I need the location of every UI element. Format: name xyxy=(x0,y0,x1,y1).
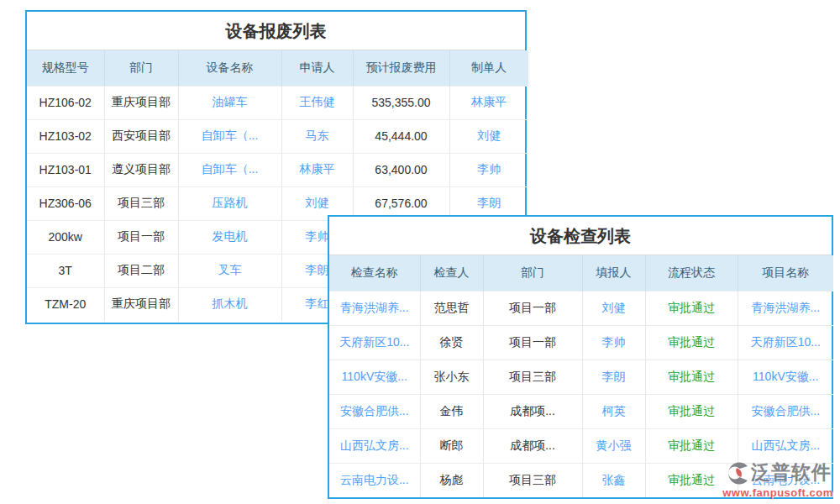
cell-department: 成都项... xyxy=(483,428,582,463)
cell-department: 成都项... xyxy=(483,394,582,428)
cell-inspector: 张小东 xyxy=(420,360,483,394)
cell-creator[interactable]: 李帅 xyxy=(449,153,528,186)
cell-department: 项目一部 xyxy=(483,291,582,325)
inspection-list-panel: 设备检查列表 检查名称 检查人 部门 填报人 流程状态 项目名称 青海洪湖养..… xyxy=(328,215,833,499)
cell-creator[interactable]: 刘健 xyxy=(449,119,528,153)
cell-flow-status: 审批通过 xyxy=(645,463,738,497)
cell-department: 重庆项目部 xyxy=(104,287,178,321)
cell-inspector: 杨彪 xyxy=(420,463,483,497)
cell-department: 项目一部 xyxy=(483,325,582,360)
cell-inspector: 徐贤 xyxy=(420,325,483,360)
cell-equipment-name[interactable]: 发电机 xyxy=(178,220,281,254)
cell-inspection-name[interactable]: 青海洪湖养... xyxy=(329,291,420,325)
cell-inspector: 范思哲 xyxy=(420,291,483,325)
cell-inspection-name[interactable]: 110kV安徽... xyxy=(329,360,420,394)
col-equipment-name: 设备名称 xyxy=(178,50,281,86)
cell-equipment-name[interactable]: 自卸车（... xyxy=(178,119,281,153)
cell-inspection-name[interactable]: 安徽合肥供... xyxy=(329,394,420,428)
col-filler: 填报人 xyxy=(582,255,645,291)
cell-project-name[interactable]: 青海洪湖养... xyxy=(738,291,833,325)
cell-spec-model: HZ103-02 xyxy=(27,119,104,153)
table-row: 青海洪湖养... 范思哲 项目一部 刘健 审批通过 青海洪湖养... xyxy=(329,291,833,325)
cell-flow-status: 审批通过 xyxy=(645,291,738,325)
table-row: 云南电力设... 杨彪 项目三部 张鑫 审批通过 云南电力设... xyxy=(329,463,833,497)
inspection-list-title: 设备检查列表 xyxy=(329,217,832,255)
col-department: 部门 xyxy=(483,255,582,291)
cell-department: 项目一部 xyxy=(104,220,178,254)
cell-equipment-name[interactable]: 自卸车（... xyxy=(178,153,281,186)
cell-spec-model: 3T xyxy=(27,254,104,287)
cell-department: 重庆项目部 xyxy=(104,86,178,119)
cell-inspection-name[interactable]: 天府新区10... xyxy=(329,325,420,360)
cell-flow-status: 审批通过 xyxy=(645,360,738,394)
cell-flow-status: 审批通过 xyxy=(645,325,738,360)
cell-flow-status: 审批通过 xyxy=(645,428,738,463)
col-project-name: 项目名称 xyxy=(738,255,833,291)
cell-flow-status: 审批通过 xyxy=(645,394,738,428)
cell-applicant[interactable]: 王伟健 xyxy=(281,86,353,119)
cell-filler[interactable]: 李朗 xyxy=(582,360,645,394)
col-department: 部门 xyxy=(104,50,178,86)
cell-spec-model: 200kw xyxy=(27,220,104,254)
cell-filler[interactable]: 柯英 xyxy=(582,394,645,428)
col-inspector: 检查人 xyxy=(420,255,483,291)
inspection-header-row: 检查名称 检查人 部门 填报人 流程状态 项目名称 xyxy=(329,255,833,291)
scrap-header-row: 规格型号 部门 设备名称 申请人 预计报废费用 制单人 xyxy=(27,50,528,86)
cell-filler[interactable]: 张鑫 xyxy=(582,463,645,497)
col-scrap-cost: 预计报废费用 xyxy=(353,50,449,86)
cell-equipment-name[interactable]: 压路机 xyxy=(178,186,281,220)
cell-department: 项目三部 xyxy=(104,186,178,220)
cell-equipment-name[interactable]: 油罐车 xyxy=(178,86,281,119)
table-row: HZ103-02 西安项目部 自卸车（... 马东 45,444.00 刘健 xyxy=(27,119,528,153)
col-inspection-name: 检查名称 xyxy=(329,255,420,291)
cell-creator[interactable]: 林康平 xyxy=(449,86,528,119)
cell-department: 项目二部 xyxy=(104,254,178,287)
cell-department: 遵义项目部 xyxy=(104,153,178,186)
cell-filler[interactable]: 黄小强 xyxy=(582,428,645,463)
cell-inspector: 金伟 xyxy=(420,394,483,428)
cell-scrap-cost: 63,400.00 xyxy=(353,153,449,186)
table-row: 110kV安徽... 张小东 项目三部 李朗 审批通过 110kV安徽... xyxy=(329,360,833,394)
table-row: 天府新区10... 徐贤 项目一部 李帅 审批通过 天府新区10... xyxy=(329,325,833,360)
cell-spec-model: HZ306-06 xyxy=(27,186,104,220)
col-creator: 制单人 xyxy=(449,50,528,86)
cell-inspection-name[interactable]: 云南电力设... xyxy=(329,463,420,497)
cell-filler[interactable]: 李帅 xyxy=(582,325,645,360)
cell-project-name[interactable]: 山西弘文房... xyxy=(738,428,833,463)
cell-spec-model: HZ106-02 xyxy=(27,86,104,119)
table-row: 安徽合肥供... 金伟 成都项... 柯英 审批通过 安徽合肥供... xyxy=(329,394,833,428)
col-spec-model: 规格型号 xyxy=(27,50,104,86)
col-flow-status: 流程状态 xyxy=(645,255,738,291)
cell-equipment-name[interactable]: 叉车 xyxy=(178,254,281,287)
cell-project-name[interactable]: 云南电力设... xyxy=(738,463,833,497)
table-row: HZ103-01 遵义项目部 自卸车（... 林康平 63,400.00 李帅 xyxy=(27,153,528,186)
cell-filler[interactable]: 刘健 xyxy=(582,291,645,325)
inspection-list-table: 检查名称 检查人 部门 填报人 流程状态 项目名称 青海洪湖养... 范思哲 项… xyxy=(329,255,833,497)
cell-applicant[interactable]: 林康平 xyxy=(281,153,353,186)
cell-scrap-cost: 45,444.00 xyxy=(353,119,449,153)
cell-inspection-name[interactable]: 山西弘文房... xyxy=(329,428,420,463)
scrap-list-title: 设备报废列表 xyxy=(27,12,525,50)
cell-department: 西安项目部 xyxy=(104,119,178,153)
cell-spec-model: TZM-20 xyxy=(27,287,104,321)
cell-applicant[interactable]: 马东 xyxy=(281,119,353,153)
cell-inspector: 断郎 xyxy=(420,428,483,463)
table-row: HZ106-02 重庆项目部 油罐车 王伟健 535,355.00 林康平 xyxy=(27,86,528,119)
cell-project-name[interactable]: 110kV安徽... xyxy=(738,360,833,394)
cell-department: 项目三部 xyxy=(483,463,582,497)
cell-spec-model: HZ103-01 xyxy=(27,153,104,186)
cell-project-name[interactable]: 安徽合肥供... xyxy=(738,394,833,428)
cell-scrap-cost: 535,355.00 xyxy=(353,86,449,119)
cell-equipment-name[interactable]: 抓木机 xyxy=(178,287,281,321)
cell-department: 项目三部 xyxy=(483,360,582,394)
cell-project-name[interactable]: 天府新区10... xyxy=(738,325,833,360)
col-applicant: 申请人 xyxy=(281,50,353,86)
table-row: 山西弘文房... 断郎 成都项... 黄小强 审批通过 山西弘文房... xyxy=(329,428,833,463)
